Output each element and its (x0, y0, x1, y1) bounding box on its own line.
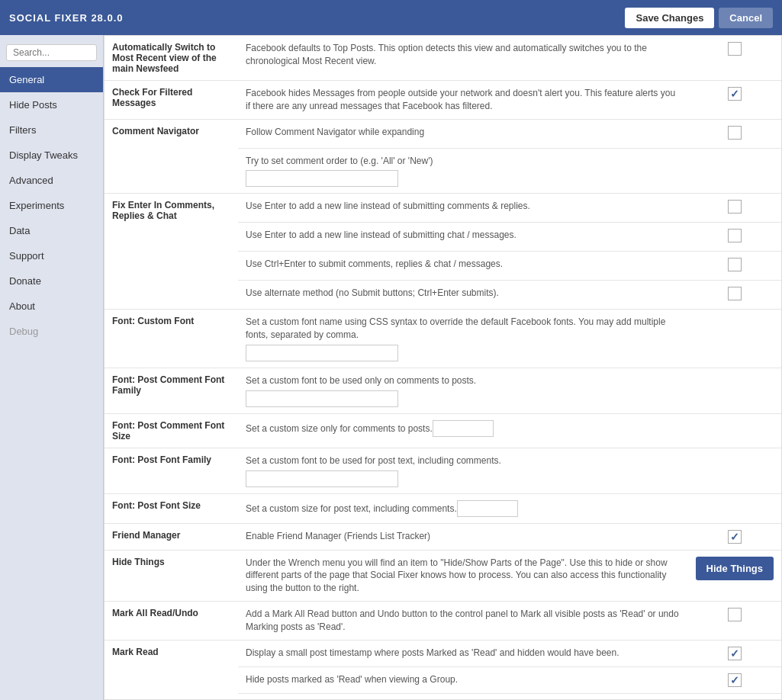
setting-desc: Enable Friend Manager (Friends List Trac… (238, 523, 688, 550)
setting-label: Automatically Switch to Most Recent view… (105, 36, 238, 81)
setting-label: Friend Manager (105, 523, 238, 550)
sidebar-item-experiments[interactable]: Experiments (0, 193, 103, 218)
save-button[interactable]: Save Changes (625, 8, 714, 28)
setting-label: Font: Post Comment Font Family (105, 368, 238, 413)
text-input-field[interactable] (246, 470, 398, 487)
table-row: Font: Post Font SizeSet a custom size fo… (105, 493, 781, 523)
setting-desc: Set a custom size for post text, includi… (238, 493, 688, 523)
sidebar-item-advanced[interactable]: Advanced (0, 168, 103, 193)
sidebar-item-data[interactable]: Data (0, 218, 103, 243)
checkbox[interactable] (728, 647, 742, 660)
text-input-field[interactable] (246, 170, 398, 187)
setting-label: Mark All Read/Undo (105, 601, 238, 640)
setting-label: Fix Enter In Comments, Replies & Chat (105, 194, 238, 310)
sidebar-item-about[interactable]: About (0, 294, 103, 319)
sidebar-item-support[interactable]: Support (0, 243, 103, 268)
setting-desc: Set a custom size only for comments to p… (238, 413, 688, 448)
setting-desc: Use alternate method (no Submit buttons;… (238, 281, 688, 310)
checkbox[interactable] (728, 673, 742, 687)
table-row: Font: Post Comment Font FamilySet a cust… (105, 368, 781, 413)
setting-desc: Add a Mark All Read button and Undo butt… (238, 601, 688, 640)
table-row: Friend ManagerEnable Friend Manager (Fri… (105, 523, 781, 550)
checkbox[interactable] (728, 258, 742, 271)
sidebar-item-hide-posts[interactable]: Hide Posts (0, 92, 103, 117)
settings-table: Automatically Switch to Most Recent view… (105, 36, 781, 700)
sidebar-item-filters[interactable]: Filters (0, 117, 103, 143)
setting-label: Font: Post Comment Font Size (105, 413, 238, 448)
setting-label: Font: Post Font Size (105, 493, 238, 523)
text-input-field[interactable] (246, 390, 398, 407)
setting-desc: Set a custom font name using CSS syntax … (238, 310, 688, 368)
sidebar: GeneralHide PostsFiltersDisplay TweaksAd… (0, 35, 104, 700)
table-row: Check For Filtered MessagesFacebook hide… (105, 81, 781, 120)
table-row: Fix Enter In Comments, Replies & ChatUse… (105, 194, 781, 223)
setting-desc: Facebook hides Messages from people outs… (238, 81, 688, 120)
setting-desc: Under the Wrench menu you will find an i… (238, 550, 688, 601)
header: SOCIAL FIXER 28.0.0 Save Changes Cancel (0, 0, 782, 35)
setting-label: Mark Read (105, 640, 238, 700)
setting-label: Font: Post Font Family (105, 448, 238, 493)
table-row: Font: Custom FontSet a custom font name … (105, 310, 781, 368)
setting-desc: Facebook defaults to Top Posts. This opt… (238, 36, 688, 81)
checkbox[interactable] (728, 42, 742, 56)
sidebar-item-donate[interactable]: Donate (0, 268, 103, 294)
setting-label: Font: Custom Font (105, 310, 238, 368)
table-row: Mark ReadDisplay a small post timestamp … (105, 640, 781, 666)
table-row: Hide ThingsUnder the Wrench menu you wil… (105, 550, 781, 601)
search-input[interactable] (6, 44, 97, 61)
text-input-inline-field[interactable] (457, 500, 518, 517)
checkbox[interactable] (728, 126, 742, 140)
checkbox[interactable] (728, 287, 742, 300)
setting-desc: Follow Comment Navigator while expanding (238, 119, 688, 148)
header-buttons: Save Changes Cancel (625, 8, 773, 28)
setting-label: Comment Navigator (105, 119, 238, 194)
hide-things-button[interactable]: Hide Things (696, 557, 774, 580)
setting-desc: Use Enter to add a new line instead of s… (238, 223, 688, 252)
setting-desc: Hide posts marked as 'Read' when viewing… (238, 693, 688, 700)
checkbox[interactable] (728, 608, 742, 621)
setting-desc: Use Ctrl+Enter to submit comments, repli… (238, 252, 688, 281)
checkbox[interactable] (728, 530, 742, 544)
app-layout: GeneralHide PostsFiltersDisplay TweaksAd… (0, 35, 782, 700)
setting-desc: Hide posts marked as 'Read' when viewing… (238, 666, 688, 693)
table-row: Comment NavigatorFollow Comment Navigato… (105, 119, 781, 148)
sidebar-item-debug[interactable]: Debug (0, 319, 103, 344)
setting-desc: Use Enter to add a new line instead of s… (238, 194, 688, 223)
table-row: Mark All Read/UndoAdd a Mark All Read bu… (105, 601, 781, 640)
table-row: Font: Post Font FamilySet a custom font … (105, 448, 781, 493)
text-input-field[interactable] (246, 345, 398, 361)
checkbox[interactable] (728, 229, 742, 242)
text-input-inline-field[interactable] (433, 420, 494, 437)
app-title: SOCIAL FIXER 28.0.0 (9, 12, 124, 24)
checkbox[interactable] (728, 87, 742, 101)
setting-desc: Try to set comment order to (e.g. 'All' … (238, 148, 688, 194)
cancel-button[interactable]: Cancel (719, 8, 773, 28)
setting-label: Hide Things (105, 550, 238, 601)
table-row: Font: Post Comment Font SizeSet a custom… (105, 413, 781, 448)
setting-desc: Set a custom font to be used only on com… (238, 368, 688, 413)
sidebar-item-display-tweaks[interactable]: Display Tweaks (0, 143, 103, 168)
checkbox[interactable] (728, 200, 742, 214)
table-row: Automatically Switch to Most Recent view… (105, 36, 781, 81)
setting-label: Check For Filtered Messages (105, 81, 238, 120)
main-content: Automatically Switch to Most Recent view… (104, 35, 782, 700)
sidebar-item-general[interactable]: General (0, 67, 103, 92)
sidebar-nav: GeneralHide PostsFiltersDisplay TweaksAd… (0, 67, 103, 344)
setting-desc: Display a small post timestamp where pos… (238, 640, 688, 666)
setting-desc: Set a custom font to be used for post te… (238, 448, 688, 493)
